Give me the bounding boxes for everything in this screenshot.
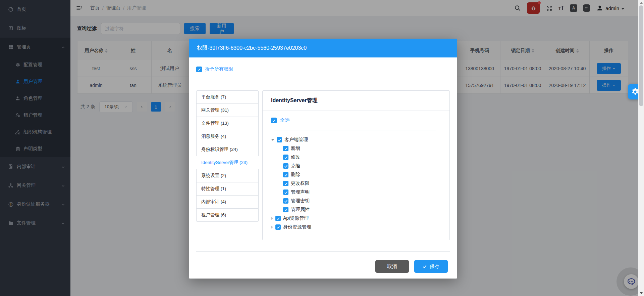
select-all-label[interactable]: 全选: [280, 117, 289, 123]
tree-node: 更改权限: [271, 179, 441, 188]
check-icon: [278, 138, 281, 142]
category-item[interactable]: 消息服务 (4): [196, 130, 259, 143]
check-icon: [422, 264, 427, 269]
save-button-label: 保存: [430, 263, 440, 270]
modal-title: 权限-39f73ff6-6300-c2bc-5560-25937e0203c0: [189, 39, 457, 57]
panel-body: 全选 客户端管理 新增: [263, 111, 449, 231]
permission-detail-panel: IdentityServer管理 全选: [262, 90, 450, 240]
category-item[interactable]: 租户管理 (6): [196, 208, 259, 222]
check-icon: [272, 119, 276, 122]
check-icon: [276, 225, 280, 229]
category-item[interactable]: 身份标识管理 (24): [196, 143, 259, 156]
tree-node-label[interactable]: 客户端管理: [284, 137, 308, 143]
category-item[interactable]: 网关管理 (31): [196, 103, 259, 117]
grant-all-row: 授予所有权限: [196, 66, 450, 72]
checkbox-checked-icon[interactable]: [277, 137, 282, 142]
category-item[interactable]: 内部审计 (4): [196, 195, 259, 209]
check-icon: [284, 156, 288, 159]
panel-title: IdentityServer管理: [263, 91, 449, 111]
tree-node: 管理声明: [271, 188, 441, 197]
checkbox-checked-icon[interactable]: [275, 216, 281, 221]
category-item[interactable]: 文件管理 (13): [196, 117, 259, 130]
tree-node: 新增: [271, 144, 441, 153]
tree-node-label[interactable]: 克隆: [291, 163, 300, 169]
permission-category-list: 平台服务 (7) 网关管理 (31) 文件管理 (13) 消息服务 (4) 身份…: [196, 90, 259, 222]
checkbox-checked-icon[interactable]: [271, 118, 277, 123]
check-icon: [197, 68, 201, 71]
footer-divider: [196, 251, 450, 252]
checkbox-checked-icon[interactable]: [283, 198, 288, 204]
category-item[interactable]: 特性管理 (1): [196, 182, 259, 196]
tree-node: 身份资源管理: [271, 223, 441, 231]
tree-node-label[interactable]: 更改权限: [291, 180, 310, 186]
caret-expanded-icon[interactable]: [271, 139, 274, 141]
tree-node: 管理属性: [271, 205, 441, 214]
tree-node: 客户端管理: [271, 135, 441, 144]
page-scrollbar[interactable]: [638, 0, 644, 296]
check-icon: [284, 182, 288, 185]
modal-footer: 取消 保存: [375, 260, 448, 273]
category-item[interactable]: 系统设置 (2): [196, 169, 259, 182]
select-all-row: 全选: [271, 117, 441, 123]
tree-node: 管理密钥: [271, 197, 441, 205]
checkbox-checked-icon[interactable]: [196, 67, 202, 72]
tree-node-label[interactable]: 身份资源管理: [283, 224, 311, 230]
tree-node-label[interactable]: 管理声明: [291, 189, 310, 195]
save-button[interactable]: 保存: [414, 260, 448, 273]
tree-node-label[interactable]: 管理属性: [291, 207, 310, 213]
scrollbar-up-arrow[interactable]: [638, 0, 644, 5]
category-item[interactable]: 平台服务 (7): [196, 90, 259, 104]
permissions-layout: 平台服务 (7) 网关管理 (31) 文件管理 (13) 消息服务 (4) 身份…: [196, 90, 450, 240]
scrollbar-thumb[interactable]: [639, 5, 643, 106]
tree-node-label[interactable]: 修改: [291, 154, 300, 160]
caret-collapsed-icon[interactable]: [271, 217, 273, 220]
checkbox-checked-icon[interactable]: [283, 207, 288, 212]
grant-all-label[interactable]: 授予所有权限: [205, 66, 233, 72]
checkbox-checked-icon[interactable]: [283, 163, 288, 169]
cancel-button[interactable]: 取消: [375, 260, 409, 273]
tree-node: Api资源管理: [271, 214, 441, 223]
scrollbar-down-arrow[interactable]: [638, 291, 644, 296]
check-icon: [284, 208, 288, 212]
checkbox-checked-icon[interactable]: [283, 189, 288, 195]
tree-node-label[interactable]: 新增: [291, 145, 300, 152]
app-root: 首页 图标 管理页 配置管理: [0, 0, 644, 296]
check-icon: [276, 217, 280, 220]
permission-tree: 客户端管理 新增 修改: [271, 135, 441, 231]
checkbox-checked-icon[interactable]: [283, 146, 288, 151]
checkbox-checked-icon[interactable]: [275, 224, 281, 230]
divider: [196, 81, 450, 81]
caret-collapsed-icon[interactable]: [271, 225, 273, 229]
divider: [274, 130, 436, 130]
tree-node-label[interactable]: 删除: [291, 172, 300, 178]
check-icon: [284, 164, 288, 168]
tree-node-label[interactable]: 管理密钥: [291, 198, 310, 204]
check-icon: [284, 173, 288, 177]
tree-node: 修改: [271, 153, 441, 162]
check-icon: [284, 147, 288, 151]
tree-node: 删除: [271, 170, 441, 179]
checkbox-checked-icon[interactable]: [283, 181, 288, 186]
checkbox-checked-icon[interactable]: [283, 155, 288, 160]
category-item-active[interactable]: IdentityServer管理 (23): [196, 156, 259, 169]
checkbox-checked-icon[interactable]: [283, 172, 288, 177]
check-icon: [284, 191, 288, 194]
tree-node-label[interactable]: Api资源管理: [283, 215, 309, 221]
check-icon: [284, 199, 288, 203]
modal-body: 授予所有权限 平台服务 (7) 网关管理 (31) 文件管理 (13) 消息服务…: [189, 66, 457, 240]
tree-node: 克隆: [271, 162, 441, 170]
permissions-modal: 权限-39f73ff6-6300-c2bc-5560-25937e0203c0 …: [189, 39, 457, 279]
